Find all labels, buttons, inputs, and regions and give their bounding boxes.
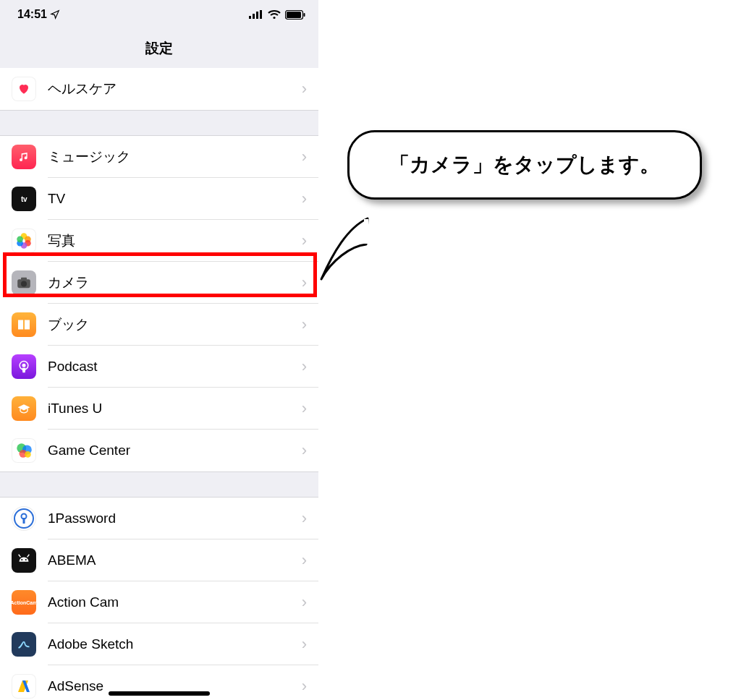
- music-icon: [12, 145, 36, 169]
- row-label: ヘルスケア: [48, 80, 302, 98]
- status-time: 14:51: [17, 8, 47, 21]
- svg-rect-0: [249, 16, 251, 19]
- row-label: カメラ: [48, 273, 302, 292]
- page-title: 設定: [0, 29, 318, 68]
- itunesu-icon: [12, 396, 36, 421]
- svg-rect-7: [304, 13, 305, 17]
- settings-group-1: ヘルスケア ›: [0, 68, 318, 110]
- chevron-right-icon: ›: [302, 315, 318, 334]
- svg-rect-2: [256, 12, 258, 19]
- svg-point-23: [25, 451, 31, 458]
- abema-icon: [12, 548, 36, 573]
- settings-row-tv[interactable]: tv TV ›: [0, 178, 318, 220]
- row-label: Podcast: [48, 359, 302, 375]
- row-label: 写真: [48, 231, 302, 250]
- row-label: iTunes U: [48, 401, 302, 417]
- chevron-right-icon: ›: [302, 551, 318, 570]
- books-icon: [12, 312, 36, 337]
- phone-frame: 14:51 設定: [0, 0, 318, 700]
- row-label: Adobe Sketch: [48, 636, 302, 652]
- svg-point-27: [21, 559, 22, 560]
- settings-row-1password[interactable]: 1Password ›: [0, 498, 318, 539]
- settings-group-3: 1Password › ABEMA › ActionCam Action Cam…: [0, 498, 318, 700]
- svg-rect-26: [23, 518, 25, 524]
- settings-row-books[interactable]: ブック ›: [0, 304, 318, 346]
- settings-row-podcast[interactable]: Podcast ›: [0, 346, 318, 388]
- podcast-icon: [12, 354, 36, 379]
- chevron-right-icon: ›: [302, 231, 318, 250]
- signal-icon: [249, 10, 263, 19]
- callout-bubble: 「カメラ」をタップします。: [347, 130, 702, 200]
- svg-rect-1: [253, 14, 255, 19]
- chevron-right-icon: ›: [302, 80, 318, 98]
- settings-group-2: ミュージック › tv TV › 写真 ›: [0, 136, 318, 471]
- svg-point-13: [17, 236, 23, 243]
- svg-rect-17: [23, 320, 25, 330]
- settings-row-music[interactable]: ミュージック ›: [0, 136, 318, 178]
- chevron-right-icon: ›: [302, 399, 318, 418]
- row-label: ブック: [48, 315, 302, 334]
- chevron-right-icon: ›: [302, 273, 318, 292]
- chevron-right-icon: ›: [302, 635, 318, 654]
- svg-point-18: [22, 364, 26, 367]
- svg-point-28: [25, 559, 27, 560]
- svg-point-4: [273, 16, 275, 18]
- row-label: ABEMA: [48, 552, 302, 568]
- settings-row-photos[interactable]: 写真 ›: [0, 220, 318, 262]
- svg-rect-3: [260, 10, 262, 19]
- row-label: 1Password: [48, 511, 302, 526]
- settings-row-abema[interactable]: ABEMA ›: [0, 539, 318, 581]
- row-label: ミュージック: [48, 148, 302, 166]
- battery-icon: [285, 10, 305, 20]
- status-bar: 14:51: [0, 0, 318, 29]
- photos-icon: [12, 229, 36, 253]
- adobesketch-icon: [12, 632, 36, 657]
- settings-row-camera[interactable]: カメラ ›: [0, 262, 318, 304]
- callout-text: 「カメラ」をタップします。: [389, 153, 660, 176]
- group-separator: [0, 110, 318, 136]
- chevron-right-icon: ›: [302, 677, 318, 696]
- home-indicator: [109, 691, 210, 696]
- chevron-right-icon: ›: [302, 441, 318, 460]
- wifi-icon: [268, 10, 281, 20]
- health-icon: [12, 77, 36, 101]
- chevron-right-icon: ›: [302, 148, 318, 166]
- settings-row-health[interactable]: ヘルスケア ›: [0, 68, 318, 110]
- settings-row-itunesu[interactable]: iTunes U ›: [0, 388, 318, 430]
- svg-point-15: [21, 281, 27, 287]
- row-label: Action Cam: [48, 594, 302, 610]
- gamecenter-icon: [12, 438, 36, 463]
- actioncam-icon: ActionCam: [12, 590, 36, 615]
- instruction-callout: 「カメラ」をタップします。: [347, 130, 702, 200]
- camera-icon: [12, 270, 36, 295]
- 1password-icon: [12, 506, 36, 531]
- adsense-icon: [12, 674, 36, 699]
- settings-row-adobesketch[interactable]: Adobe Sketch ›: [0, 623, 318, 665]
- chevron-right-icon: ›: [302, 357, 318, 376]
- row-label: Game Center: [48, 443, 302, 458]
- chevron-right-icon: ›: [302, 189, 318, 208]
- svg-rect-16: [21, 278, 27, 280]
- settings-row-actioncam[interactable]: ActionCam Action Cam ›: [0, 581, 318, 623]
- svg-rect-6: [287, 12, 301, 18]
- chevron-right-icon: ›: [302, 593, 318, 612]
- chevron-right-icon: ›: [302, 509, 318, 528]
- settings-row-gamecenter[interactable]: Game Center ›: [0, 430, 318, 471]
- tv-icon: tv: [12, 187, 36, 211]
- group-separator: [0, 471, 318, 498]
- row-label: TV: [48, 191, 302, 207]
- location-icon: [50, 9, 60, 20]
